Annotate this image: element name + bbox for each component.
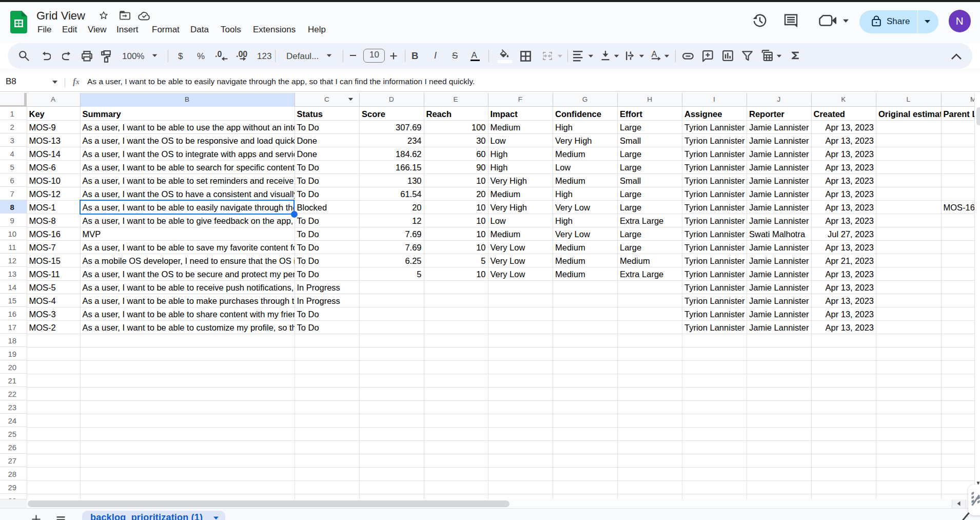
svg-text:A: A	[652, 50, 657, 59]
